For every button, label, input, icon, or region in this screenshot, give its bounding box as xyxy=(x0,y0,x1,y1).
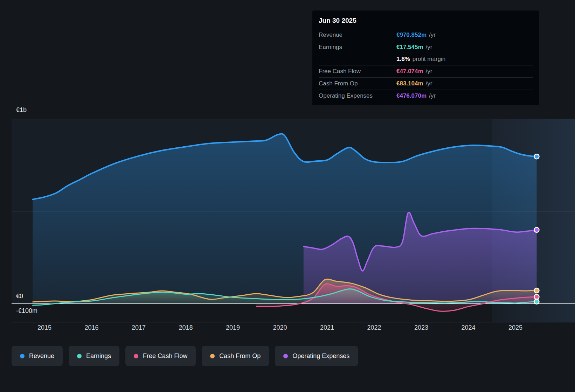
tooltip-suffix: /yr xyxy=(426,68,432,75)
legend-item-free-cash-flow[interactable]: Free Cash Flow xyxy=(125,346,196,366)
legend-label: Earnings xyxy=(86,352,111,360)
legend-item-cash-from-op[interactable]: Cash From Op xyxy=(202,346,269,366)
tooltip-label: Free Cash Flow xyxy=(319,68,396,75)
tooltip: Jun 30 2025 Revenue €970.852m /yr Earnin… xyxy=(312,10,539,105)
financial-history-chart-panel: €1b €0 -€100m 20152016201720182019202020… xyxy=(0,0,575,392)
legend-dot-cash-from-op xyxy=(210,354,215,358)
legend-label: Free Cash Flow xyxy=(143,352,187,360)
x-axis-label-2017: 2017 xyxy=(126,324,151,331)
x-axis-label-2023: 2023 xyxy=(409,324,434,331)
x-axis-label-2022: 2022 xyxy=(362,324,387,331)
tooltip-row-revenue: Revenue €970.852m /yr xyxy=(319,29,533,41)
tooltip-value: €970.852m xyxy=(396,31,427,38)
legend: Revenue Earnings Free Cash Flow Cash Fro… xyxy=(12,346,358,366)
x-axis-label-2015: 2015 xyxy=(32,324,57,331)
legend-item-earnings[interactable]: Earnings xyxy=(69,346,119,366)
y-axis-label-1b: €1b xyxy=(16,106,27,114)
tooltip-suffix: /yr xyxy=(426,44,432,51)
x-axis-label-2019: 2019 xyxy=(221,324,245,331)
y-axis-label-neg100m: -€100m xyxy=(16,307,37,315)
legend-label: Operating Expenses xyxy=(292,352,349,360)
tooltip-row-free-cash-flow: Free Cash Flow €47.074m /yr xyxy=(319,65,533,77)
tooltip-value: €47.074m xyxy=(396,68,423,75)
legend-dot-operating-expenses xyxy=(283,354,288,358)
x-axis-label-2016: 2016 xyxy=(79,324,104,331)
legend-item-operating-expenses[interactable]: Operating Expenses xyxy=(275,346,358,366)
legend-item-revenue[interactable]: Revenue xyxy=(12,346,63,366)
tooltip-suffix: /yr xyxy=(426,80,432,87)
x-axis-label-2018: 2018 xyxy=(174,324,198,331)
tooltip-value: €476.070m xyxy=(396,92,427,99)
tooltip-row-operating-expenses: Operating Expenses €476.070m /yr xyxy=(319,90,533,102)
tooltip-row-profit-margin: 1.8% profit margin xyxy=(319,53,533,65)
tooltip-label: Operating Expenses xyxy=(319,92,396,99)
legend-dot-free-cash-flow xyxy=(134,354,138,358)
x-axis: 2015201620172018201920202021202220232024… xyxy=(0,324,575,332)
tooltip-label: Cash From Op xyxy=(319,80,396,87)
legend-dot-revenue xyxy=(20,354,25,358)
tooltip-suffix: /yr xyxy=(429,31,436,38)
tooltip-value: €17.545m xyxy=(396,44,423,51)
tooltip-date: Jun 30 2025 xyxy=(319,15,533,29)
legend-label: Cash From Op xyxy=(219,352,261,360)
tooltip-value: 1.8% xyxy=(396,56,410,63)
x-axis-label-2025: 2025 xyxy=(503,324,528,331)
legend-label: Revenue xyxy=(29,352,54,360)
tooltip-suffix: profit margin xyxy=(413,56,445,63)
tooltip-suffix: /yr xyxy=(429,92,436,99)
tooltip-row-cash-from-op: Cash From Op €83.104m /yr xyxy=(319,77,533,90)
x-axis-label-2021: 2021 xyxy=(315,324,339,331)
y-axis-label-zero: €0 xyxy=(16,293,23,300)
tooltip-label: Earnings xyxy=(319,44,396,51)
tooltip-label: Revenue xyxy=(319,31,396,38)
x-axis-label-2024: 2024 xyxy=(456,324,481,331)
x-axis-label-2020: 2020 xyxy=(268,324,292,331)
tooltip-row-earnings: Earnings €17.545m /yr xyxy=(319,41,533,53)
tooltip-value: €83.104m xyxy=(396,80,423,87)
legend-dot-earnings xyxy=(77,354,82,358)
